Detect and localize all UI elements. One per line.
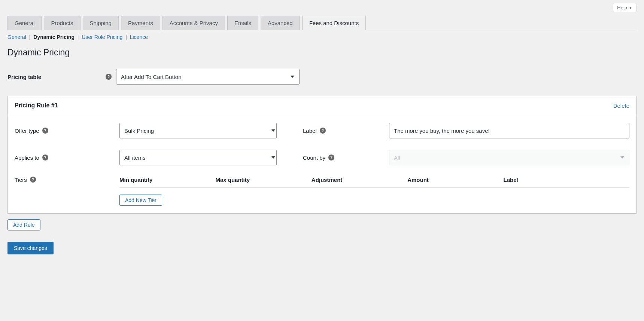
subtab-user-role-pricing[interactable]: User Role Pricing [82,34,122,40]
applies-to-select[interactable]: All items [119,150,277,165]
subtab-dynamic-pricing[interactable]: Dynamic Pricing [33,34,75,40]
tier-col-min: Min quantity [119,177,215,183]
help-icon[interactable]: ? [106,74,112,80]
tab-payments[interactable]: Payments [121,16,160,30]
add-tier-button[interactable]: Add New Tier [119,195,162,206]
help-icon[interactable]: ? [328,155,334,160]
help-button[interactable]: Help ▼ [613,3,637,12]
count-by-label: Count by [303,155,325,161]
applies-to-label: Applies to [15,155,39,161]
save-changes-button[interactable]: Save changes [7,242,54,254]
tabs-nav: General Products Shipping Payments Accou… [7,15,637,30]
delete-rule-link[interactable]: Delete [613,103,629,109]
chevron-down-icon: ▼ [629,6,632,10]
subtab-licence[interactable]: Licence [130,34,148,40]
tier-col-max: Max quantity [215,177,311,183]
pricing-table-select[interactable]: After Add To Cart Button [116,69,300,85]
sub-nav: General | Dynamic Pricing | User Role Pr… [7,34,637,40]
help-icon[interactable]: ? [320,128,326,134]
add-rule-button[interactable]: Add Rule [7,219,40,230]
tab-accounts-privacy[interactable]: Accounts & Privacy [162,16,225,30]
label-input[interactable] [389,123,629,138]
offer-type-select[interactable]: Bulk Pricing [119,123,277,138]
tab-shipping[interactable]: Shipping [83,16,119,30]
tab-advanced[interactable]: Advanced [261,16,300,30]
help-label: Help [617,5,627,10]
help-icon[interactable]: ? [42,128,48,134]
tab-fees-discounts[interactable]: Fees and Discounts [302,16,366,30]
tier-col-adjustment: Adjustment [312,177,407,183]
tab-products[interactable]: Products [44,16,80,30]
tier-col-label: Label [504,177,599,183]
pricing-table-label: Pricing table [7,74,41,80]
tiers-label: Tiers [15,177,27,183]
label-field-label: Label [303,128,317,134]
pricing-rule-panel: Pricing Rule #1 Delete Offer type ? Bulk… [7,96,637,214]
help-icon[interactable]: ? [30,177,36,183]
tab-emails[interactable]: Emails [227,16,258,30]
page-title: Dynamic Pricing [7,48,637,58]
tier-col-amount: Amount [407,177,503,183]
tab-general[interactable]: General [7,16,42,30]
offer-type-label: Offer type [15,128,39,134]
rule-title: Pricing Rule #1 [15,102,58,109]
count-by-select: All [389,150,629,165]
help-icon[interactable]: ? [42,155,48,160]
subtab-general[interactable]: General [7,34,26,40]
